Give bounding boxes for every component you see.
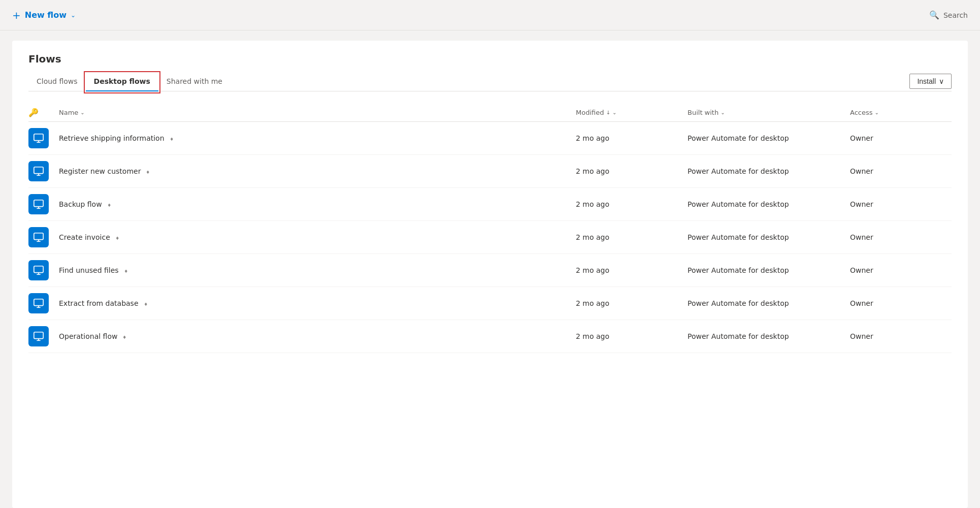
access-text: Owner bbox=[850, 332, 952, 340]
access-text: Owner bbox=[850, 233, 952, 241]
col-access-label: Access bbox=[850, 109, 873, 116]
flow-icon-box bbox=[28, 260, 49, 280]
svg-rect-18 bbox=[34, 332, 43, 339]
flow-icon-cell bbox=[28, 161, 59, 181]
page-title: Flows bbox=[28, 53, 952, 65]
premium-diamond-icon: ⬧ bbox=[122, 332, 126, 340]
new-flow-button[interactable]: + New flow ⌄ bbox=[12, 10, 76, 20]
search-area[interactable]: 🔍 Search bbox=[929, 10, 968, 20]
built-with-text: Power Automate for desktop bbox=[688, 200, 850, 208]
flow-name-text: Backup flow bbox=[59, 200, 102, 208]
modified-sort-down-icon: ↓ bbox=[606, 110, 610, 115]
modified-text: 2 mo ago bbox=[576, 134, 688, 142]
tabs-row: Cloud flows Desktop flows Shared with me… bbox=[28, 73, 952, 91]
premium-diamond-icon: ⬧ bbox=[124, 266, 128, 274]
flows-table: 🔑 Name ⌄ Modified ↓ ⌄ Built with ⌄ Acces… bbox=[28, 104, 952, 353]
tabs-container: Cloud flows Desktop flows Shared with me bbox=[28, 73, 231, 91]
modified-text: 2 mo ago bbox=[576, 167, 688, 175]
main-content: Flows Cloud flows Desktop flows Shared w… bbox=[12, 41, 968, 508]
svg-rect-0 bbox=[34, 134, 43, 141]
table-row[interactable]: Extract from database⬧2 mo agoPower Auto… bbox=[28, 287, 952, 320]
built-with-text: Power Automate for desktop bbox=[688, 233, 850, 241]
flow-name-cell: Retrieve shipping information⬧ bbox=[59, 134, 576, 142]
table-header: 🔑 Name ⌄ Modified ↓ ⌄ Built with ⌄ Acces… bbox=[28, 104, 952, 122]
flow-name-cell: Backup flow⬧ bbox=[59, 200, 576, 208]
access-text: Owner bbox=[850, 134, 952, 142]
new-flow-label: New flow bbox=[25, 10, 67, 20]
search-label: Search bbox=[943, 11, 968, 19]
built-with-text: Power Automate for desktop bbox=[688, 167, 850, 175]
flow-icon-box bbox=[28, 326, 49, 346]
access-text: Owner bbox=[850, 167, 952, 175]
col-header-name[interactable]: Name ⌄ bbox=[59, 109, 576, 116]
table-body: Retrieve shipping information⬧2 mo agoPo… bbox=[28, 122, 952, 353]
flow-icon-cell bbox=[28, 194, 59, 214]
flow-name-text: Retrieve shipping information bbox=[59, 134, 165, 142]
premium-diamond-icon: ⬧ bbox=[170, 134, 174, 142]
modified-text: 2 mo ago bbox=[576, 266, 688, 274]
access-text: Owner bbox=[850, 299, 952, 307]
tab-cloud-flows[interactable]: Cloud flows bbox=[28, 73, 86, 91]
flow-icon-cell bbox=[28, 326, 59, 346]
flow-icon-box bbox=[28, 161, 49, 181]
install-button[interactable]: Install ∨ bbox=[909, 74, 952, 89]
flow-name-cell: Extract from database⬧ bbox=[59, 299, 576, 307]
access-text: Owner bbox=[850, 200, 952, 208]
table-row[interactable]: Create invoice⬧2 mo agoPower Automate fo… bbox=[28, 221, 952, 254]
flow-name-text: Register new customer bbox=[59, 167, 141, 175]
built-with-text: Power Automate for desktop bbox=[688, 266, 850, 274]
flow-name-cell: Register new customer⬧ bbox=[59, 167, 576, 175]
flow-name-cell: Find unused files⬧ bbox=[59, 266, 576, 274]
desktop-icon bbox=[33, 265, 44, 276]
flow-name-cell: Operational flow⬧ bbox=[59, 332, 576, 340]
access-text: Owner bbox=[850, 266, 952, 274]
table-row[interactable]: Retrieve shipping information⬧2 mo agoPo… bbox=[28, 122, 952, 155]
svg-rect-12 bbox=[34, 266, 43, 273]
col-header-built-with[interactable]: Built with ⌄ bbox=[688, 109, 850, 116]
svg-rect-3 bbox=[34, 167, 43, 174]
modified-text: 2 mo ago bbox=[576, 200, 688, 208]
desktop-icon bbox=[33, 199, 44, 210]
premium-diamond-icon: ⬧ bbox=[144, 299, 148, 307]
flow-name-text: Create invoice bbox=[59, 233, 110, 241]
built-with-text: Power Automate for desktop bbox=[688, 134, 850, 142]
table-row[interactable]: Operational flow⬧2 mo agoPower Automate … bbox=[28, 320, 952, 353]
desktop-icon bbox=[33, 133, 44, 144]
col-header-modified[interactable]: Modified ↓ ⌄ bbox=[576, 109, 688, 116]
col-name-label: Name bbox=[59, 109, 78, 116]
tab-shared-with-me[interactable]: Shared with me bbox=[158, 73, 231, 91]
flow-name-text: Extract from database bbox=[59, 299, 139, 307]
col-header-access[interactable]: Access ⌄ bbox=[850, 109, 952, 116]
chevron-down-icon: ⌄ bbox=[71, 12, 76, 19]
flow-name-text: Operational flow bbox=[59, 332, 117, 340]
name-sort-icon: ⌄ bbox=[80, 110, 84, 115]
col-modified-label: Modified bbox=[576, 109, 604, 116]
tab-desktop-flows[interactable]: Desktop flows bbox=[86, 73, 158, 91]
flow-icon-cell bbox=[28, 227, 59, 247]
built-with-text: Power Automate for desktop bbox=[688, 299, 850, 307]
table-row[interactable]: Backup flow⬧2 mo agoPower Automate for d… bbox=[28, 188, 952, 221]
svg-rect-15 bbox=[34, 299, 43, 306]
flow-icon-box bbox=[28, 227, 49, 247]
plus-icon: + bbox=[12, 10, 21, 20]
flow-icon-box bbox=[28, 293, 49, 313]
col-header-icon: 🔑 bbox=[28, 108, 59, 117]
flow-icon-box bbox=[28, 194, 49, 214]
access-sort-icon: ⌄ bbox=[875, 110, 879, 115]
desktop-icon bbox=[33, 298, 44, 309]
flow-icon-cell bbox=[28, 260, 59, 280]
install-chevron-icon: ∨ bbox=[939, 77, 944, 85]
svg-rect-6 bbox=[34, 200, 43, 207]
key-icon: 🔑 bbox=[28, 108, 39, 117]
premium-diamond-icon: ⬧ bbox=[107, 200, 111, 208]
modified-text: 2 mo ago bbox=[576, 233, 688, 241]
flow-name-cell: Create invoice⬧ bbox=[59, 233, 576, 241]
table-row[interactable]: Find unused files⬧2 mo agoPower Automate… bbox=[28, 254, 952, 287]
desktop-icon bbox=[33, 166, 44, 177]
desktop-icon bbox=[33, 232, 44, 243]
premium-diamond-icon: ⬧ bbox=[146, 167, 150, 175]
table-row[interactable]: Register new customer⬧2 mo agoPower Auto… bbox=[28, 155, 952, 188]
built-with-text: Power Automate for desktop bbox=[688, 332, 850, 340]
svg-rect-9 bbox=[34, 233, 43, 240]
flow-icon-box bbox=[28, 128, 49, 148]
